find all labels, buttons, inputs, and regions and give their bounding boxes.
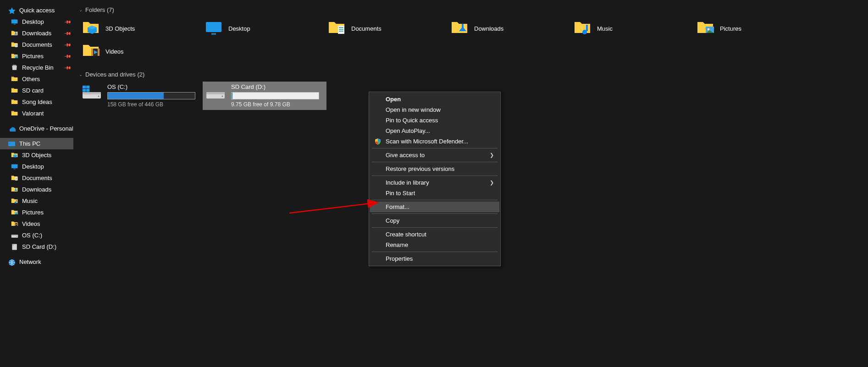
nav-qa-item[interactable]: Others (0, 73, 73, 85)
folder-icon (11, 99, 18, 106)
folder-label: 3D Objects (105, 25, 135, 32)
folder-icon (11, 110, 18, 117)
nav-this-pc[interactable]: This PC (0, 138, 73, 149)
nav-pc-item[interactable]: Videos (0, 218, 73, 230)
folder-label: Pictures (720, 25, 741, 32)
context-separator (372, 148, 498, 148)
nav-network[interactable]: Network (0, 256, 73, 268)
pin-icon: 📌 (64, 18, 72, 25)
drive-sd-card-d[interactable]: SD Card (D:) 9.75 GB free of 9.78 GB (203, 82, 326, 110)
ctx-rename[interactable]: Rename (370, 240, 499, 250)
context-separator (372, 175, 498, 176)
download-icon (11, 186, 18, 193)
folder-label: Documents (351, 25, 381, 32)
chevron-down-icon: ⌄ (79, 7, 83, 12)
svg-line-30 (289, 203, 378, 213)
navigation-pane: Quick access Desktop📌Downloads📌Documents… (0, 0, 73, 367)
ctx-pin-quick-access[interactable]: Pin to Quick access (370, 115, 499, 126)
nav-pc-item[interactable]: Desktop (0, 161, 73, 172)
nav-qa-item[interactable]: Valorant (0, 108, 73, 119)
svg-point-26 (98, 95, 99, 97)
nav-item-label: Downloads (22, 186, 51, 193)
recycle-icon (11, 64, 18, 71)
folders-group-header[interactable]: ⌄ Folders (7) (79, 6, 862, 13)
documents-icon (11, 175, 18, 182)
network-icon (7, 258, 16, 266)
documents-icon (327, 19, 347, 38)
nav-pc-item[interactable]: 3D Objects (0, 149, 73, 161)
nav-item-label: Music (22, 197, 38, 204)
pictures-icon (696, 19, 715, 38)
svg-rect-28 (206, 92, 225, 94)
nav-network-label: Network (19, 258, 41, 265)
folder-item[interactable]: Desktop (202, 17, 325, 40)
nav-pc-item[interactable]: SD Card (D:) (0, 241, 73, 252)
pictures-icon (11, 53, 18, 60)
nav-quick-access[interactable]: Quick access (0, 5, 73, 16)
nav-item-label: Documents (22, 41, 52, 48)
nav-pc-item[interactable]: Pictures (0, 207, 73, 218)
folder-icon (11, 87, 18, 94)
pin-icon: 📌 (64, 64, 72, 71)
cloud-icon (7, 125, 16, 133)
context-separator (372, 162, 498, 162)
context-separator (372, 214, 498, 214)
nav-qa-item[interactable]: Desktop📌 (0, 16, 73, 27)
ctx-format[interactable]: Format... (370, 202, 499, 212)
nav-qa-item[interactable]: Song Ideas (0, 96, 73, 108)
nav-onedrive[interactable]: OneDrive - Personal (0, 123, 73, 134)
star-icon (7, 6, 16, 15)
folder-item[interactable]: Documents (325, 17, 448, 40)
nav-qa-item[interactable]: Pictures📌 (0, 50, 73, 62)
music-icon (11, 197, 18, 205)
shield-icon (374, 137, 382, 146)
nav-item-label: Videos (22, 220, 40, 227)
folder-label: Music (597, 25, 613, 32)
nav-quick-access-label: Quick access (19, 7, 55, 14)
ctx-create-shortcut[interactable]: Create shortcut (370, 229, 499, 240)
drive-os-c[interactable]: OS (C:) 158 GB free of 446 GB (79, 82, 203, 110)
nav-qa-item[interactable]: Recycle Bin📌 (0, 62, 73, 73)
ctx-include-in-library[interactable]: Include in library❯ (370, 177, 499, 188)
nav-pc-item[interactable]: OS (C:) (0, 230, 73, 241)
drive-name: OS (C:) (107, 83, 200, 90)
desktop-icon (11, 163, 18, 170)
ctx-copy[interactable]: Copy (370, 215, 499, 226)
chevron-right-icon: ❯ (490, 152, 494, 158)
nav-pc-item[interactable]: Music (0, 195, 73, 207)
ctx-open-new-window[interactable]: Open in new window (370, 104, 499, 115)
folder-item[interactable]: Videos (79, 40, 202, 63)
nav-pc-item[interactable]: Documents (0, 172, 73, 184)
videos-icon (82, 42, 101, 61)
nav-item-label: Valorant (22, 110, 44, 117)
nav-item-label: SD card (22, 87, 44, 94)
nav-qa-item[interactable]: Downloads📌 (0, 27, 73, 39)
ctx-properties[interactable]: Properties (370, 253, 499, 264)
nav-qa-item[interactable]: SD card (0, 85, 73, 96)
folder-item[interactable]: 3D Objects (79, 17, 202, 40)
ctx-open[interactable]: Open (370, 94, 499, 104)
nav-item-label: Documents (22, 175, 52, 181)
nav-pc-item[interactable]: Downloads (0, 184, 73, 195)
nav-item-label: Recycle Bin (22, 64, 54, 71)
context-menu: Open Open in new window Pin to Quick acc… (369, 92, 501, 266)
videos-icon (11, 220, 18, 228)
ctx-pin-to-start[interactable]: Pin to Start (370, 188, 499, 198)
content-pane: ⌄ Folders (7) 3D ObjectsDesktopDocuments… (73, 0, 868, 367)
drive-free-text: 9.75 GB free of 9.78 GB (231, 101, 324, 108)
ctx-open-autoplay[interactable]: Open AutoPlay... (370, 126, 499, 136)
nav-this-pc-label: This PC (19, 140, 40, 147)
ctx-restore-previous-versions[interactable]: Restore previous versions (370, 164, 499, 174)
context-separator (372, 200, 498, 200)
download-icon (450, 19, 470, 38)
svg-point-29 (221, 95, 223, 97)
ctx-give-access-to[interactable]: Give access to❯ (370, 150, 499, 160)
folder-item[interactable]: Downloads (448, 17, 570, 40)
folder-item[interactable]: Pictures (693, 17, 816, 40)
ctx-scan-defender[interactable]: Scan with Microsoft Defender... (370, 136, 499, 147)
drives-group-header[interactable]: ⌄ Devices and drives (2) (79, 71, 862, 78)
folder-item[interactable]: Music (570, 17, 693, 40)
nav-qa-item[interactable]: Documents📌 (0, 39, 73, 50)
context-separator (372, 252, 498, 252)
nav-item-label: Song Ideas (22, 99, 52, 105)
